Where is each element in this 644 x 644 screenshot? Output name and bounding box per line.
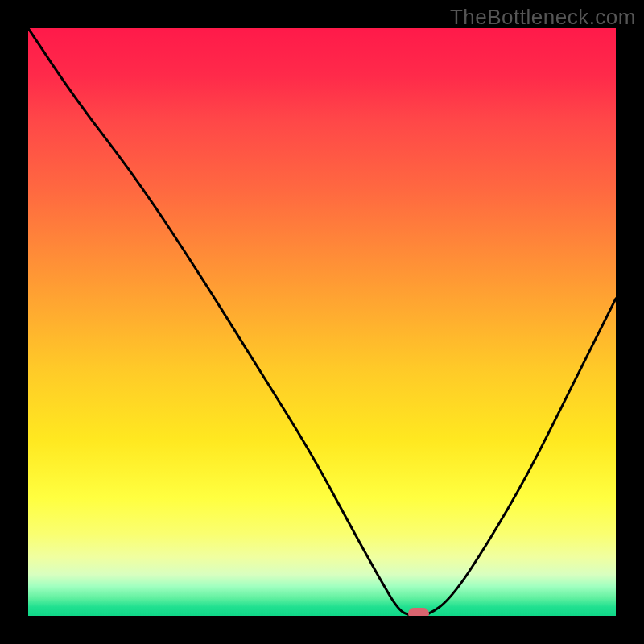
curve-layer	[28, 28, 616, 616]
watermark-text: TheBottleneck.com	[450, 5, 636, 30]
plot-area	[28, 28, 616, 616]
chart-frame: TheBottleneck.com	[0, 0, 644, 644]
bottleneck-curve	[28, 28, 616, 616]
optimal-marker	[408, 608, 429, 616]
